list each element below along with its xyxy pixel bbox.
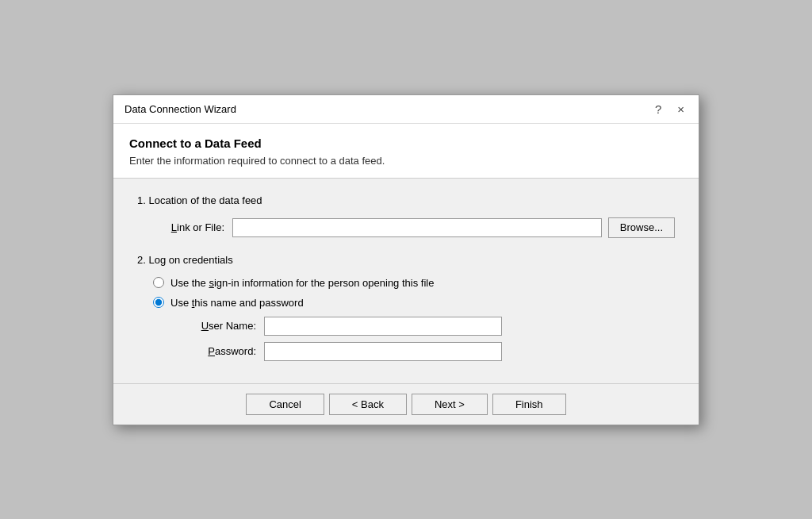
radio-signin-info[interactable] bbox=[153, 277, 164, 288]
link-or-file-input[interactable] bbox=[232, 218, 602, 237]
username-row: User Name: bbox=[185, 317, 675, 336]
title-bar: Data Connection Wizard ? × bbox=[113, 95, 699, 124]
section1-label: 1. Location of the data feed bbox=[137, 194, 675, 206]
password-row: Password: bbox=[185, 342, 675, 361]
credentials-form: User Name: Password: bbox=[153, 317, 675, 361]
header-title: Connect to a Data Feed bbox=[129, 136, 683, 150]
link-label-text: Link or File: bbox=[171, 221, 224, 233]
title-actions: ? × bbox=[650, 102, 689, 117]
content-section: 1. Location of the data feed Link or Fil… bbox=[113, 179, 699, 383]
username-input[interactable] bbox=[264, 317, 502, 336]
dialog-title: Data Connection Wizard bbox=[124, 103, 236, 115]
section2: 2. Log on credentials Use the sign-in in… bbox=[137, 254, 675, 361]
header-section: Connect to a Data Feed Enter the informa… bbox=[113, 124, 699, 179]
cancel-button[interactable]: Cancel bbox=[246, 394, 324, 415]
finish-button[interactable]: Finish bbox=[492, 394, 566, 415]
data-connection-wizard-dialog: Data Connection Wizard ? × Connect to a … bbox=[113, 94, 699, 425]
radio2-row: Use this name and password bbox=[153, 297, 675, 309]
back-button[interactable]: < Back bbox=[329, 394, 407, 415]
help-button[interactable]: ? bbox=[650, 102, 666, 117]
radio1-label[interactable]: Use the sign-in information for the pers… bbox=[170, 277, 434, 289]
title-bar-left: Data Connection Wizard bbox=[124, 103, 236, 115]
radio-group: Use the sign-in information for the pers… bbox=[137, 277, 675, 361]
username-label: User Name: bbox=[185, 320, 256, 332]
next-button[interactable]: Next > bbox=[412, 394, 488, 415]
section2-label: 2. Log on credentials bbox=[137, 254, 675, 266]
browse-button[interactable]: Browse... bbox=[608, 217, 675, 238]
password-input[interactable] bbox=[264, 342, 502, 361]
footer-section: Cancel < Back Next > Finish bbox=[113, 383, 699, 425]
link-or-file-label: Link or File: bbox=[153, 221, 224, 233]
radio-use-name-password[interactable] bbox=[153, 297, 164, 308]
radio2-label[interactable]: Use this name and password bbox=[170, 297, 304, 309]
password-label: Password: bbox=[185, 345, 256, 357]
close-button[interactable]: × bbox=[672, 102, 689, 117]
radio1-row: Use the sign-in information for the pers… bbox=[153, 277, 675, 289]
link-or-file-row: Link or File: Browse... bbox=[137, 217, 675, 238]
header-subtitle: Enter the information required to connec… bbox=[129, 155, 683, 167]
